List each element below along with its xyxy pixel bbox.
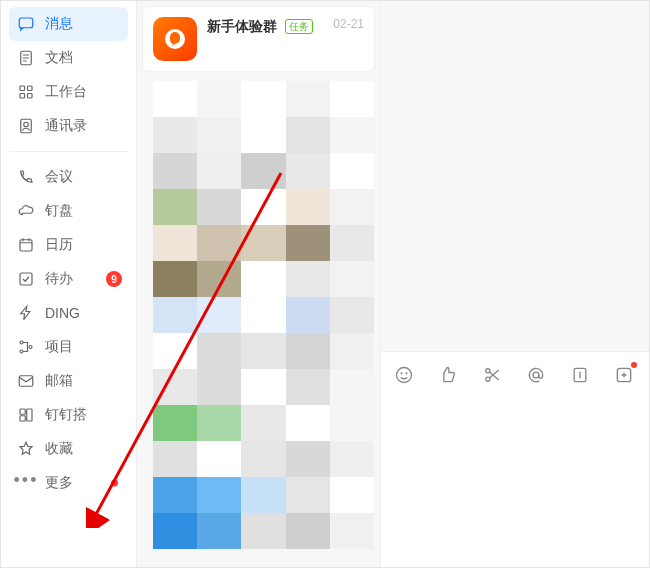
sidebar-label: DING bbox=[45, 305, 80, 321]
sidebar-label: 通讯录 bbox=[45, 117, 87, 135]
sidebar-item-contacts[interactable]: 通讯录 bbox=[9, 109, 128, 143]
sidebar-item-builder[interactable]: 钉钉搭 bbox=[9, 398, 128, 432]
sidebar-item-messages[interactable]: 消息 bbox=[9, 7, 128, 41]
blurred-conversations bbox=[153, 81, 374, 567]
svg-rect-4 bbox=[20, 94, 25, 99]
chat-input-area[interactable] bbox=[381, 397, 649, 567]
svg-point-21 bbox=[406, 372, 407, 373]
svg-point-7 bbox=[24, 122, 29, 127]
svg-rect-16 bbox=[20, 416, 25, 421]
sidebar-label: 待办 bbox=[45, 270, 73, 288]
sidebar-item-favorites[interactable]: 收藏 bbox=[9, 432, 128, 466]
svg-rect-15 bbox=[27, 409, 32, 421]
sidebar: 消息 文档 工作台 通讯录 会议 钉盘 日历 待办 9 bbox=[1, 1, 137, 567]
sidebar-label: 收藏 bbox=[45, 440, 73, 458]
chat-panel bbox=[381, 1, 649, 567]
svg-point-12 bbox=[29, 346, 32, 349]
sidebar-item-calendar[interactable]: 日历 bbox=[9, 228, 128, 262]
sidebar-item-docs[interactable]: 文档 bbox=[9, 41, 128, 75]
emoji-icon[interactable] bbox=[393, 364, 415, 386]
phone-icon bbox=[17, 168, 35, 186]
sidebar-label: 项目 bbox=[45, 338, 73, 356]
sidebar-label: 日历 bbox=[45, 236, 73, 254]
lightning-icon bbox=[17, 304, 35, 322]
conversation-list: 新手体验群 任务 02-21 bbox=[137, 1, 381, 567]
calendar-icon bbox=[17, 236, 35, 254]
svg-rect-8 bbox=[20, 240, 32, 251]
mail-icon bbox=[17, 372, 35, 390]
todo-icon bbox=[17, 270, 35, 288]
conversation-title: 新手体验群 bbox=[207, 18, 277, 36]
svg-rect-13 bbox=[19, 376, 33, 387]
svg-rect-0 bbox=[19, 18, 33, 28]
svg-point-24 bbox=[533, 372, 539, 378]
conversation-time: 02-21 bbox=[333, 17, 364, 31]
svg-rect-3 bbox=[28, 86, 33, 91]
svg-point-23 bbox=[486, 377, 490, 381]
svg-point-20 bbox=[401, 372, 402, 373]
svg-rect-5 bbox=[28, 94, 33, 99]
sidebar-label: 工作台 bbox=[45, 83, 87, 101]
sidebar-item-drive[interactable]: 钉盘 bbox=[9, 194, 128, 228]
sidebar-item-mail[interactable]: 邮箱 bbox=[9, 364, 128, 398]
cloud-icon bbox=[17, 202, 35, 220]
chat-messages-area bbox=[381, 1, 649, 351]
notification-dot bbox=[111, 480, 118, 487]
svg-rect-2 bbox=[20, 86, 25, 91]
sidebar-label: 邮箱 bbox=[45, 372, 73, 390]
svg-rect-6 bbox=[21, 119, 32, 133]
sidebar-item-workbench[interactable]: 工作台 bbox=[9, 75, 128, 109]
svg-point-11 bbox=[20, 350, 23, 353]
chat-icon bbox=[17, 15, 35, 33]
thumbs-up-icon[interactable] bbox=[437, 364, 459, 386]
sidebar-label: 更多 bbox=[45, 474, 73, 492]
sidebar-label: 钉钉搭 bbox=[45, 406, 87, 424]
svg-point-10 bbox=[20, 341, 23, 344]
sidebar-item-more[interactable]: ••• 更多 bbox=[9, 466, 128, 500]
sidebar-label: 会议 bbox=[45, 168, 73, 186]
scissors-icon[interactable] bbox=[481, 364, 503, 386]
avatar bbox=[153, 17, 197, 61]
conversation-tag: 任务 bbox=[285, 19, 313, 34]
sidebar-label: 钉盘 bbox=[45, 202, 73, 220]
sidebar-item-todo[interactable]: 待办 9 bbox=[9, 262, 128, 296]
builder-icon bbox=[17, 406, 35, 424]
more-icon: ••• bbox=[17, 474, 35, 492]
notification-dot bbox=[631, 362, 637, 368]
sidebar-item-meeting[interactable]: 会议 bbox=[9, 160, 128, 194]
sidebar-label: 文档 bbox=[45, 49, 73, 67]
contacts-icon bbox=[17, 117, 35, 135]
svg-rect-9 bbox=[20, 273, 32, 285]
card-icon[interactable] bbox=[569, 364, 591, 386]
svg-point-22 bbox=[486, 368, 490, 372]
badge: 9 bbox=[106, 271, 122, 287]
svg-rect-14 bbox=[20, 409, 25, 414]
sidebar-label: 消息 bbox=[45, 15, 73, 33]
conversation-item[interactable]: 新手体验群 任务 02-21 bbox=[143, 7, 374, 71]
sidebar-item-ding[interactable]: DING bbox=[9, 296, 128, 330]
svg-point-19 bbox=[397, 367, 412, 382]
sidebar-item-project[interactable]: 项目 bbox=[9, 330, 128, 364]
document-icon bbox=[17, 49, 35, 67]
add-app-icon[interactable] bbox=[613, 364, 635, 386]
grid-icon bbox=[17, 83, 35, 101]
mention-icon[interactable] bbox=[525, 364, 547, 386]
chat-toolbar bbox=[381, 351, 649, 397]
sidebar-divider bbox=[9, 151, 128, 152]
star-icon bbox=[17, 440, 35, 458]
project-icon bbox=[17, 338, 35, 356]
